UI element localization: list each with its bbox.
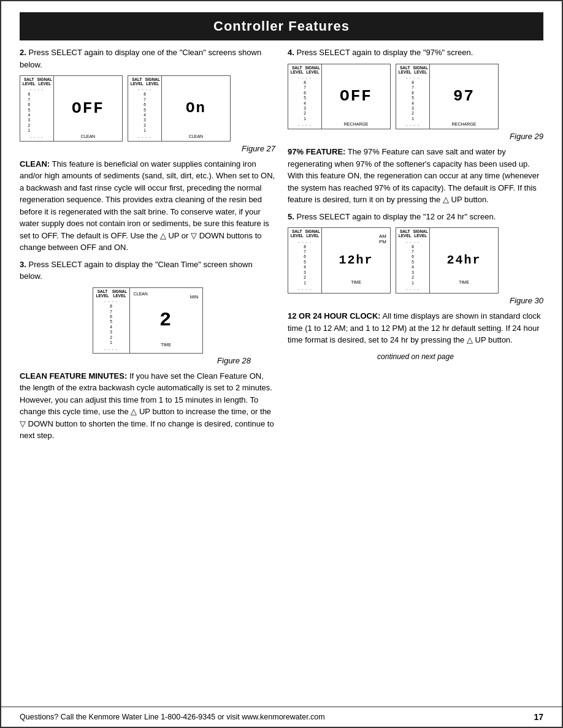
lcd-clean-label: CLEAN (54, 134, 122, 138)
lcd-fig29-off: SALTLEVEL SIGNALLEVEL - - - - 87 65 43 2… (288, 64, 391, 130)
figure30-displays: SALTLEVEL SIGNALLEVEL - - - - 87 65 43 2… (288, 227, 543, 294)
lcd-fig29-97: SALTLEVEL SIGNALLEVEL - - - - 87 65 43 2… (396, 64, 499, 130)
section5-intro: 5. Press SELECT again to display the "12… (288, 211, 543, 223)
footer: Questions? Call the Kenmore Water Line 1… (1, 707, 562, 727)
lcd-right-fig29-97: 97 RECHARGE (430, 64, 498, 129)
lcd-fig30-12hr: SALTLEVEL SIGNALLEVEL - - - - 87 65 43 2… (288, 227, 391, 294)
left-column: 2. Press SELECT again to display one of … (20, 47, 275, 700)
lcd-on-value: On (186, 101, 206, 116)
lcd-fig29-97-val: 97 (453, 88, 475, 104)
page: Controller Features 2. Press SELECT agai… (0, 0, 563, 728)
section2-num: 2. (20, 48, 28, 57)
lcd-time-label: TIME (130, 343, 202, 347)
lcd-time-label-24: TIME (430, 280, 498, 284)
lcd-clean-label2: CLEAN (162, 134, 230, 138)
page-number: 17 (534, 712, 543, 722)
lcd-fig29-off-val: OFF (340, 88, 372, 104)
section4-num: 4. (288, 48, 296, 57)
lcd-recharge-label2: RECHARGE (430, 122, 498, 126)
lcd-right-fig30-12hr: 12hr AMPM TIME (322, 228, 390, 293)
lcd-right-fig30-24hr: 24hr TIME (430, 228, 498, 293)
feat97-description: 97% FEATURE: The 97% Feature can save sa… (288, 146, 543, 206)
lcd-right-panel-on: On CLEAN (162, 76, 230, 141)
clock-description: 12 OR 24 HOUR CLOCK: All time displays a… (288, 310, 543, 346)
footer-contact: Questions? Call the Kenmore Water Line 1… (20, 713, 325, 721)
fig30-caption: Figure 30 (288, 296, 543, 305)
section5-num: 5. (288, 212, 296, 221)
lcd-off-value: OFF (72, 100, 104, 116)
lcd-numbers: 87 65 43 21 (21, 92, 52, 134)
lcd-12hr-val: 12hr (339, 254, 373, 267)
lcd-ampm: AMPM (379, 234, 386, 245)
page-title: Controller Features (20, 12, 543, 40)
lcd-left-fig28: SALTLEVEL SIGNALLEVEL - - - - 87 65 43 2… (93, 288, 130, 353)
lcd-min-label: MIN (190, 294, 199, 300)
lcd-time-label-12: TIME (322, 280, 390, 284)
fig27-caption: Figure 27 (20, 144, 275, 153)
clean-description: CLEAN: This feature is beneficial on wat… (20, 158, 275, 254)
lcd-right-fig28: CLEAN 2 MIN TIME (130, 288, 202, 353)
lcd-recharge-label: RECHARGE (322, 122, 390, 126)
fig28-caption: Figure 28 (217, 356, 251, 365)
section2-intro: 2. Press SELECT again to display one of … (20, 47, 275, 70)
lcd-24hr-val: 24hr (446, 254, 481, 267)
lcd-left-panel2: SALTLEVEL SIGNALLEVEL - - - - 87 65 43 2… (128, 76, 162, 141)
lcd-right-panel-off: OFF CLEAN (54, 76, 122, 141)
lcd-labels: SALTLEVEL SIGNALLEVEL (21, 77, 52, 86)
lcd-fig28: SALTLEVEL SIGNALLEVEL - - - - 87 65 43 2… (93, 287, 203, 354)
cleanfeat-description: CLEAN FEATURE MINUTES: If you have set t… (20, 370, 275, 442)
section4-intro: 4. Press SELECT again to display the "97… (288, 47, 543, 59)
lcd-fig28-value: 2 (159, 311, 172, 330)
lcd-fig27-off: SALTLEVEL SIGNALLEVEL - - - - 87 65 43 2… (20, 75, 123, 142)
lcd-fig27-on: SALTLEVEL SIGNALLEVEL - - - - 87 65 43 2… (128, 75, 231, 142)
section3-num: 3. (20, 260, 28, 269)
section3-intro: 3. Press SELECT again to display the "Cl… (20, 259, 275, 282)
figure29-displays: SALTLEVEL SIGNALLEVEL - - - - 87 65 43 2… (288, 64, 543, 130)
lcd-clean-sublabel: CLEAN (134, 292, 148, 296)
continued-text: continued on next page (288, 352, 543, 361)
lcd-fig30-24hr: SALTLEVEL SIGNALLEVEL - - - - 87 65 43 2… (396, 227, 499, 294)
right-column: 4. Press SELECT again to display the "97… (288, 47, 543, 700)
lcd-right-fig29-off: OFF RECHARGE (322, 64, 390, 129)
main-content: 2. Press SELECT again to display one of … (1, 40, 562, 707)
fig29-caption: Figure 29 (288, 132, 543, 141)
lcd-left-panel: SALTLEVEL SIGNALLEVEL - - - - 87 65 43 2… (20, 76, 54, 141)
figure27-displays: SALTLEVEL SIGNALLEVEL - - - - 87 65 43 2… (20, 75, 275, 142)
